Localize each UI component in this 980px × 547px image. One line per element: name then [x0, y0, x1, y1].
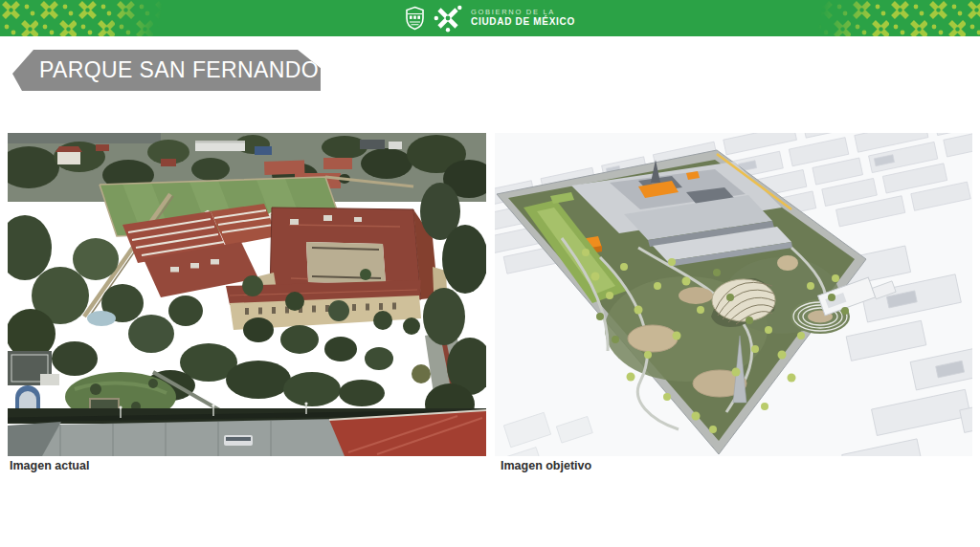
cdmx-logo-icon — [434, 4, 462, 33]
right-trees-and-path — [412, 183, 486, 426]
caption-target-image: Imagen objetivo — [501, 459, 591, 472]
page-title: PARQUE SAN FERNANDO — [39, 57, 319, 83]
page-title-banner: PARQUE SAN FERNANDO — [12, 50, 321, 91]
foreground — [8, 402, 486, 456]
header-brand: GOBIERNO DE LA CIUDAD DE MÉXICO — [0, 0, 980, 36]
caption-current-image: Imagen actual — [10, 459, 89, 472]
masterplan-render-illustration — [495, 133, 972, 456]
figure-current-aerial-photo — [8, 133, 486, 456]
aerial-photo-illustration — [8, 133, 486, 456]
header-banner: GOBIERNO DE LA CIUDAD DE MÉXICO — [0, 0, 980, 36]
header-org-name: GOBIERNO DE LA CIUDAD DE MÉXICO — [471, 8, 575, 29]
cdmx-shield-icon — [405, 6, 425, 31]
figure-target-render — [495, 133, 972, 456]
header-org-line2: CIUDAD DE MÉXICO — [471, 16, 575, 29]
